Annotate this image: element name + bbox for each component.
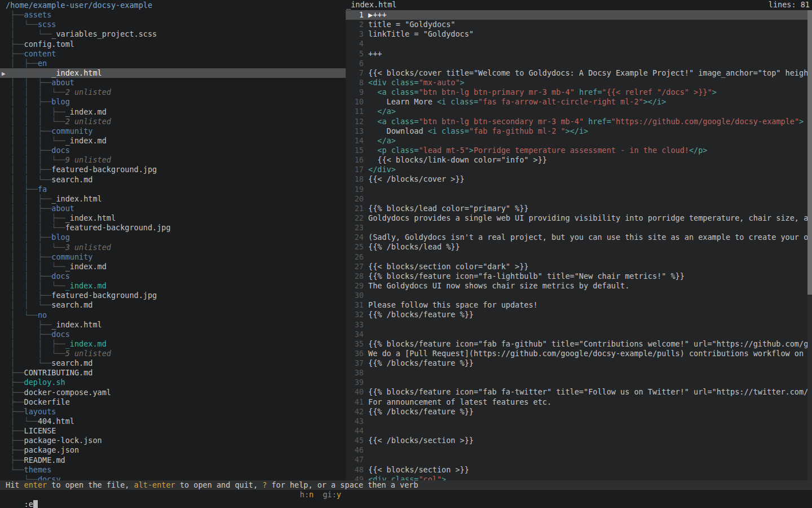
tree-row[interactable]: │ ├──en [0,59,346,68]
tree-row[interactable]: └──themes [0,465,346,475]
tree-branch-lines: │ │ │ └── [6,243,65,252]
tree-row[interactable]: │ ├──docs [0,330,346,339]
tree-row[interactable]: │ │ ├──blog [0,233,346,242]
tree-row[interactable]: │ ├──_index.html [0,320,346,330]
tree-row[interactable]: │ │ ├──about [0,204,346,213]
tree-row[interactable]: │ │ ├──_index.html [0,194,346,204]
tree-row[interactable]: │ │ ├──featured-background.jpg [0,291,346,300]
tree-row[interactable]: │ │ │ └──9 unlisted [0,155,346,165]
tree-row[interactable]: ├──config.toml [0,40,346,49]
tree-row[interactable]: └──docsy [0,475,346,480]
tree-row[interactable]: │ │ ├──about [0,78,346,87]
line-number: 11 [346,107,364,116]
unlisted-count: 3 unlisted [65,243,111,252]
tree-row[interactable]: │ │ │ └──2 unlisted [0,87,346,97]
tree-row[interactable]: │ │ │ └──3 unlisted [0,243,346,252]
entry-name: featured-background.jpg [51,165,157,174]
tree-branch-lines: │ │ │ └── [6,87,65,97]
tree-row[interactable]: │ └──no [0,310,346,320]
tree-row[interactable]: ├──layouts [0,407,346,417]
unlisted-count: 2 unlisted [65,117,111,126]
tree-row[interactable]: │ ├──fa [0,185,346,194]
flag-value: n [309,490,314,499]
tree-row[interactable]: │ │ │ └──featured-background.jpg [0,223,346,233]
line-number: 14 [346,136,364,146]
tree-row[interactable]: │ │ ├──community [0,126,346,136]
entry-name: content [24,49,56,58]
tree-row[interactable]: ├──docker-compose.yaml [0,388,346,397]
code-line: 38 [346,368,807,378]
tree-row[interactable]: │ └──search.md [0,358,346,368]
code-line: 26 [346,252,807,262]
code-text: +++ [368,49,382,59]
tree-row[interactable]: │ │ ├──docs [0,271,346,281]
input-bar[interactable]: h:n gi:y:e [0,490,812,500]
line-number: 4 [346,39,364,49]
tree-branch-lines: │ │ ├── [6,233,51,242]
tree-row[interactable]: │ │ │ └──_index.md [0,136,346,146]
entry-name: _index.md [65,262,107,271]
tree-row[interactable]: │ │ ├──blog [0,97,346,107]
tree-row[interactable]: │ │ │ ├──_index.html [0,213,346,223]
scrollbar[interactable] [807,10,812,480]
code-line: 18{{< /blocks/cover >}} [346,174,807,184]
tree-row[interactable]: │ │ └──search.md [0,175,346,185]
tree-row[interactable]: ├──README.md [0,456,346,465]
command-input[interactable]: :e [19,500,33,508]
tree-row[interactable]: │ │ │ └──_index.md [0,262,346,271]
tree-row[interactable]: ├──assets [0,10,346,20]
input-flags: h:n gi:y [0,490,341,500]
tree-branch-lines: │ │ │ ├── [6,107,65,116]
status-text: to open and quit, [175,480,262,489]
tree-row[interactable]: ├──package-lock.json [0,436,346,445]
line-number: 25 [346,242,364,252]
line-number: 37 [346,358,364,368]
tree-row[interactable]: ▶ │ │ ├──_index.html [0,68,346,78]
tree-row[interactable]: │ └──_variables_project.scss [0,29,346,39]
tree-row[interactable]: │ │ │ └──2 unlisted [0,117,346,126]
tree-row[interactable]: │ └──scss [0,20,346,29]
tree-row[interactable]: │ │ │ └──_index.md [0,281,346,291]
scrollbar-thumb[interactable] [807,10,812,295]
unlisted-count: 2 unlisted [65,87,111,97]
tree-row[interactable]: │ │ ├──_index.md [0,339,346,349]
code-text: {{< blocks/section >}} [368,465,469,475]
code-text: <a class="btn btn-lg btn-secondary mr-3 … [368,117,804,126]
tree-row[interactable]: │ │ └──search.md [0,300,346,310]
line-number: 18 [346,174,364,184]
tree-branch-lines: └── [6,465,24,474]
tree-row[interactable]: ├──deploy.sh [0,378,346,387]
tree-branch-lines: ├── [6,445,24,454]
code-line: 24(Sadly, Goldydocs isn't a real project… [346,233,807,242]
code-text: {{% /blocks/feature %}} [368,358,474,368]
tree-branch-lines: │ │ └── [6,175,51,184]
tree-branch-lines: ├── [6,368,24,377]
tree-row[interactable]: │ │ ├──docs [0,146,346,155]
line-number: 38 [346,368,364,378]
broot-window: /home/example-user/docsy-example ├──asse… [0,0,812,508]
entry-name: Dockerfile [24,397,70,406]
tree-row[interactable]: │ │ ├──community [0,252,346,262]
code-text: {{% blocks/lead color="primary" %}} [368,204,528,213]
entry-name: _index.md [65,281,107,290]
preview-header: _index.html lines: 81 [346,0,812,10]
code-line: 37{{% /blocks/feature %}} [346,358,807,368]
tree-branch-lines: │ ├── [6,59,38,68]
tree-row[interactable]: │ └──404.html [0,417,346,426]
tree-row[interactable]: │ │ │ ├──_index.md [0,107,346,117]
tree-row[interactable]: ├──content [0,49,346,59]
line-number: 8 [346,78,364,87]
line-number: 21 [346,204,364,213]
tree-row[interactable]: │ │ ├──featured-background.jpg [0,165,346,174]
tree-row[interactable]: ├──LICENSE [0,426,346,436]
tree-branch-lines: │ │ ├── [6,68,51,77]
tree-row[interactable]: ├──package.json [0,445,346,455]
tree-row[interactable]: ├──CONTRIBUTING.md [0,368,346,378]
code-line: 19 [346,185,807,194]
entry-name: featured-background.jpg [65,223,171,232]
line-number: 31 [346,300,364,310]
tree-row[interactable]: ├──Dockerfile [0,397,346,407]
line-number: 27 [346,262,364,271]
code-text: {{< blocks/link-down color="info" >}} [368,155,547,165]
tree-row[interactable]: │ │ └──5 unlisted [0,349,346,358]
